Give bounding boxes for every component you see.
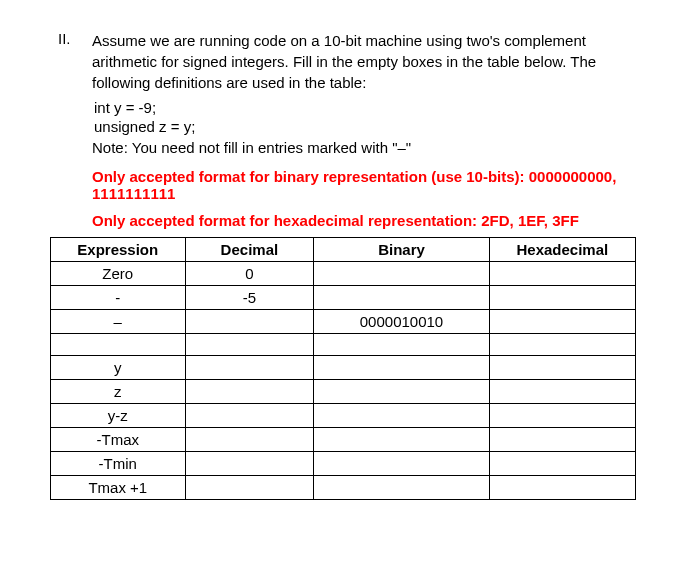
cell-expression: -Tmin: [51, 452, 186, 476]
cell-decimal[interactable]: [185, 310, 314, 334]
format-binary-warning: Only accepted format for binary represen…: [92, 168, 636, 202]
cell-hex[interactable]: [489, 404, 635, 428]
cell-expression: -Tmax: [51, 428, 186, 452]
cell-hex[interactable]: [489, 334, 635, 356]
note-line: Note: You need not fill in entries marke…: [92, 137, 636, 158]
table-row: [51, 334, 636, 356]
format-hex-warning: Only accepted format for hexadecimal rep…: [92, 212, 636, 229]
question-content: Assume we are running code on a 10-bit m…: [92, 30, 636, 95]
cell-hex[interactable]: [489, 380, 635, 404]
header-binary: Binary: [314, 238, 490, 262]
cell-hex[interactable]: [489, 310, 635, 334]
cell-decimal[interactable]: -5: [185, 286, 314, 310]
cell-decimal[interactable]: [185, 404, 314, 428]
cell-expression: -: [51, 286, 186, 310]
question-text-main: Assume we are running code on a 10-bit m…: [92, 30, 636, 93]
cell-binary[interactable]: [314, 404, 490, 428]
cell-decimal[interactable]: [185, 356, 314, 380]
answer-table: Expression Decimal Binary Hexadecimal Ze…: [50, 237, 636, 500]
code-line-z: unsigned z = y;: [92, 118, 636, 135]
cell-expression: z: [51, 380, 186, 404]
question-body: int y = -9; unsigned z = y; Note: You ne…: [50, 99, 636, 229]
cell-hex[interactable]: [489, 356, 635, 380]
cell-binary[interactable]: [314, 452, 490, 476]
cell-binary[interactable]: [314, 380, 490, 404]
table-row: -Tmin: [51, 452, 636, 476]
cell-expression: Tmax +1: [51, 476, 186, 500]
cell-expression: y: [51, 356, 186, 380]
cell-binary[interactable]: [314, 356, 490, 380]
table-row: - -5: [51, 286, 636, 310]
table-row: y: [51, 356, 636, 380]
table-row: z: [51, 380, 636, 404]
cell-hex[interactable]: [489, 428, 635, 452]
cell-binary[interactable]: [314, 334, 490, 356]
cell-expression: –: [51, 310, 186, 334]
cell-binary[interactable]: 0000010010: [314, 310, 490, 334]
cell-expression: [51, 334, 186, 356]
cell-decimal[interactable]: 0: [185, 262, 314, 286]
cell-expression: Zero: [51, 262, 186, 286]
table-row: -Tmax: [51, 428, 636, 452]
header-decimal: Decimal: [185, 238, 314, 262]
cell-decimal[interactable]: [185, 476, 314, 500]
header-hexadecimal: Hexadecimal: [489, 238, 635, 262]
cell-decimal[interactable]: [185, 452, 314, 476]
table-row: y-z: [51, 404, 636, 428]
cell-binary[interactable]: [314, 428, 490, 452]
cell-binary[interactable]: [314, 476, 490, 500]
cell-binary[interactable]: [314, 286, 490, 310]
table-row: Tmax +1: [51, 476, 636, 500]
cell-decimal[interactable]: [185, 380, 314, 404]
table-row: Zero 0: [51, 262, 636, 286]
header-expression: Expression: [51, 238, 186, 262]
cell-hex[interactable]: [489, 452, 635, 476]
cell-hex[interactable]: [489, 262, 635, 286]
cell-decimal[interactable]: [185, 334, 314, 356]
cell-hex[interactable]: [489, 476, 635, 500]
cell-binary[interactable]: [314, 262, 490, 286]
cell-expression: y-z: [51, 404, 186, 428]
cell-decimal[interactable]: [185, 428, 314, 452]
question-number: II.: [50, 30, 92, 47]
table-header-row: Expression Decimal Binary Hexadecimal: [51, 238, 636, 262]
cell-hex[interactable]: [489, 286, 635, 310]
table-row: – 0000010010: [51, 310, 636, 334]
question-block: II. Assume we are running code on a 10-b…: [50, 30, 636, 95]
code-line-y: int y = -9;: [92, 99, 636, 116]
